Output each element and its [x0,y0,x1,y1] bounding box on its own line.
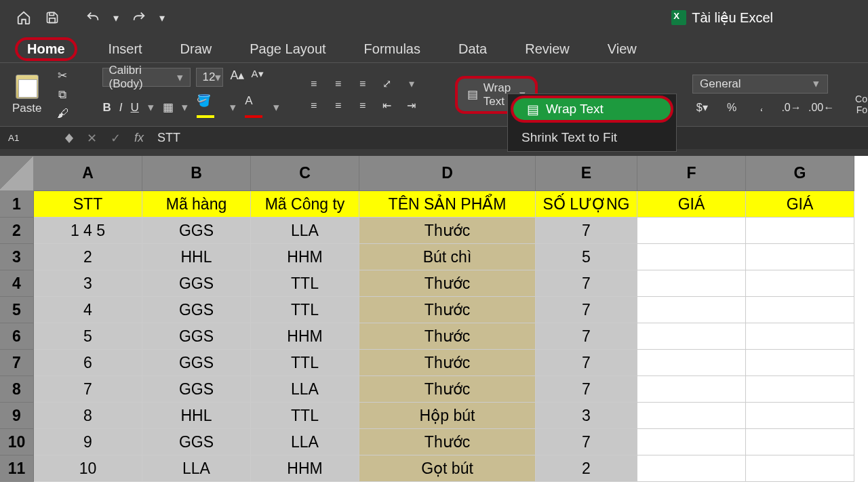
cell[interactable] [637,297,746,323]
cell[interactable]: Thước [359,429,536,455]
select-all-corner[interactable] [0,156,34,191]
cell[interactable] [746,455,854,482]
decrease-decimal-icon[interactable]: .00← [812,100,831,115]
row-header-5[interactable]: 5 [0,297,34,323]
align-bottom-icon[interactable]: ≡ [353,77,372,92]
decrease-indent-icon[interactable]: ⇤ [378,98,397,113]
cell[interactable]: GGS [142,350,251,376]
font-size-select[interactable]: 12▾ [196,68,223,87]
increase-decimal-icon[interactable]: .0→ [782,100,801,115]
cell[interactable]: HHM [251,244,359,270]
row-header-11[interactable]: 11 [0,455,34,482]
align-left-icon[interactable]: ≡ [304,98,323,113]
cell[interactable] [637,244,746,270]
cell[interactable]: Mã hàng [142,191,251,218]
cell[interactable]: GGS [142,270,251,297]
cell[interactable]: GIÁ [746,191,854,218]
cell[interactable]: TÊN SẢN PHẨM [359,191,536,218]
cell[interactable]: 5 [536,244,637,270]
tab-draw[interactable]: Draw [174,39,219,60]
cell[interactable]: 6 [34,350,142,376]
format-painter-icon[interactable]: 🖌 [55,106,70,121]
cell[interactable]: 4 [34,297,142,323]
cell[interactable]: 7 [536,323,637,350]
row-header-6[interactable]: 6 [0,323,34,350]
cell[interactable] [637,376,746,403]
cell[interactable]: GGS [142,297,251,323]
menu-wrap-text[interactable]: ▤ Wrap Text [511,96,673,123]
cell[interactable]: HHM [251,323,359,350]
row-header-9[interactable]: 9 [0,403,34,429]
name-box-stepper[interactable] [65,134,73,143]
cell[interactable]: LLA [142,455,251,482]
cell[interactable]: LLA [251,218,359,244]
align-middle-icon[interactable]: ≡ [329,77,348,92]
paste-button[interactable]: Paste [12,75,41,115]
cell[interactable]: STT [34,191,142,218]
cell[interactable]: 2 [34,244,142,270]
name-box[interactable] [4,133,65,143]
cell[interactable]: LLA [251,429,359,455]
cell[interactable]: TTL [251,270,359,297]
decrease-font-icon[interactable]: A▾ [252,68,264,87]
cell[interactable]: Bút chì [359,244,536,270]
cell[interactable]: Mã Công ty [251,191,359,218]
row-header-10[interactable]: 10 [0,429,34,455]
cell[interactable] [746,429,854,455]
cell[interactable]: 10 [34,455,142,482]
row-header-2[interactable]: 2 [0,218,34,244]
cell[interactable]: GGS [142,429,251,455]
row-header-8[interactable]: 8 [0,376,34,403]
col-header-E[interactable]: E [536,156,637,191]
row-header-1[interactable]: 1 [0,191,34,218]
cell[interactable] [637,403,746,429]
cell[interactable]: 7 [536,218,637,244]
tab-formulas[interactable]: Formulas [357,39,427,60]
cell[interactable]: Thước [359,376,536,403]
tab-review[interactable]: Review [518,39,576,60]
cell[interactable]: LLA [251,376,359,403]
undo-icon[interactable] [83,7,103,28]
cell[interactable] [637,218,746,244]
col-header-G[interactable]: G [746,156,854,191]
cell[interactable]: 2 [536,455,637,482]
font-color-button[interactable]: A [245,94,264,121]
row-header-3[interactable]: 3 [0,244,34,270]
cell[interactable]: TTL [251,350,359,376]
cell[interactable]: Thước [359,270,536,297]
cell[interactable]: GGS [142,376,251,403]
tab-insert[interactable]: Insert [102,39,149,60]
save-icon[interactable] [42,7,62,28]
redo-icon[interactable] [129,7,149,28]
cell[interactable]: Hộp bút [359,403,536,429]
cell[interactable] [637,429,746,455]
cell[interactable] [637,270,746,297]
conditional-formatting-button[interactable]: ▦ Conditional Formatting [855,75,868,115]
chevron-down-icon[interactable]: ▾ [111,7,121,28]
cell[interactable]: 7 [536,376,637,403]
cell[interactable]: GGS [142,218,251,244]
cell[interactable] [746,297,854,323]
cell[interactable]: 7 [34,376,142,403]
align-top-icon[interactable]: ≡ [304,77,323,92]
fill-color-button[interactable]: 🪣 [197,94,221,121]
cell[interactable] [746,270,854,297]
cell[interactable]: 3 [536,403,637,429]
col-header-B[interactable]: B [142,156,251,191]
cell[interactable]: 8 [34,403,142,429]
chevron-down-icon[interactable]: ▾ [157,7,167,28]
fx-icon[interactable]: fx [134,131,144,145]
cell[interactable]: 7 [536,350,637,376]
percent-icon[interactable]: % [722,100,741,115]
copy-icon[interactable]: ⧉ [55,87,70,102]
cell[interactable]: 7 [536,297,637,323]
cell[interactable] [746,244,854,270]
cell[interactable]: Thước [359,350,536,376]
cancel-icon[interactable]: ✕ [87,131,97,146]
col-header-D[interactable]: D [359,156,536,191]
cell[interactable]: HHL [142,244,251,270]
confirm-icon[interactable]: ✓ [111,131,121,146]
cell[interactable] [637,350,746,376]
cell[interactable]: TTL [251,297,359,323]
align-right-icon[interactable]: ≡ [353,98,372,113]
